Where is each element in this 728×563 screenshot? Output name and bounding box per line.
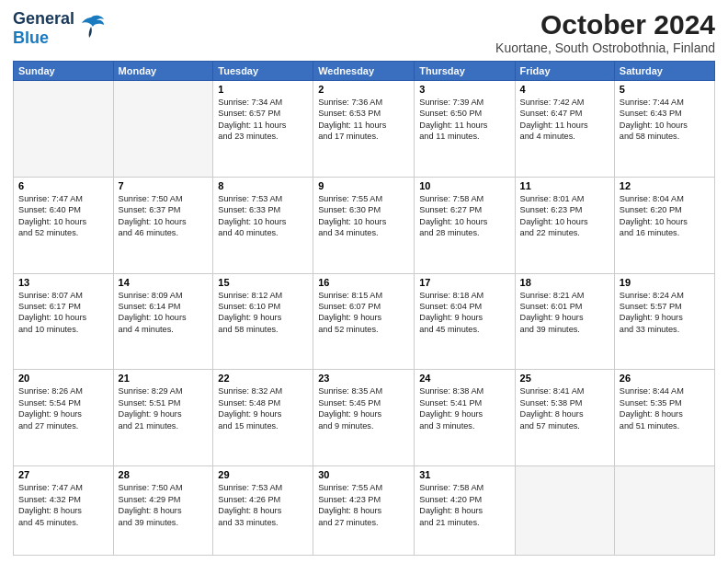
- cell-w3-d1: 21Sunrise: 8:29 AM Sunset: 5:51 PM Dayli…: [113, 370, 213, 466]
- cell-info: Sunrise: 7:36 AM Sunset: 6:53 PM Dayligh…: [318, 98, 386, 141]
- cell-info: Sunrise: 8:21 AM Sunset: 6:01 PM Dayligh…: [520, 291, 585, 334]
- cell-info: Sunrise: 8:07 AM Sunset: 6:17 PM Dayligh…: [18, 291, 86, 334]
- cell-w2-d4: 17Sunrise: 8:18 AM Sunset: 6:04 PM Dayli…: [415, 273, 515, 370]
- logo-blue: Blue: [13, 29, 49, 47]
- day-number: 11: [520, 180, 609, 191]
- cell-info: Sunrise: 7:53 AM Sunset: 4:26 PM Dayligh…: [218, 483, 282, 526]
- day-number: 21: [119, 373, 209, 384]
- calendar-title: October 2024: [495, 9, 715, 40]
- day-number: 15: [218, 277, 308, 288]
- day-number: 30: [318, 469, 409, 480]
- day-number: 5: [620, 84, 710, 95]
- day-number: 19: [620, 277, 710, 288]
- cell-w0-d5: 4Sunrise: 7:42 AM Sunset: 6:47 PM Daylig…: [515, 81, 614, 178]
- cell-info: Sunrise: 8:38 AM Sunset: 5:41 PM Dayligh…: [419, 386, 483, 430]
- day-number: 14: [119, 277, 209, 288]
- day-number: 25: [520, 373, 609, 384]
- day-number: 7: [119, 180, 209, 191]
- cell-info: Sunrise: 7:55 AM Sunset: 6:30 PM Dayligh…: [318, 194, 386, 237]
- cell-info: Sunrise: 7:58 AM Sunset: 4:20 PM Dayligh…: [419, 483, 483, 526]
- day-number: 27: [18, 469, 108, 480]
- week-row-1: 1Sunrise: 7:34 AM Sunset: 6:57 PM Daylig…: [14, 81, 715, 178]
- cell-info: Sunrise: 8:04 AM Sunset: 6:20 PM Dayligh…: [620, 194, 688, 237]
- cell-w3-d5: 25Sunrise: 8:41 AM Sunset: 5:38 PM Dayli…: [515, 370, 614, 466]
- cell-w1-d1: 7Sunrise: 7:50 AM Sunset: 6:37 PM Daylig…: [113, 177, 213, 273]
- cell-info: Sunrise: 7:58 AM Sunset: 6:27 PM Dayligh…: [419, 194, 487, 237]
- cell-w1-d6: 12Sunrise: 8:04 AM Sunset: 6:20 PM Dayli…: [614, 177, 714, 273]
- day-number: 18: [520, 277, 609, 288]
- day-number: 12: [620, 180, 710, 191]
- cell-info: Sunrise: 8:15 AM Sunset: 6:07 PM Dayligh…: [318, 291, 382, 334]
- col-saturday: Saturday: [614, 62, 714, 81]
- cell-info: Sunrise: 7:50 AM Sunset: 6:37 PM Dayligh…: [119, 194, 187, 237]
- cell-w2-d1: 14Sunrise: 8:09 AM Sunset: 6:14 PM Dayli…: [113, 273, 213, 370]
- day-number: 24: [419, 373, 509, 384]
- cell-w2-d3: 16Sunrise: 8:15 AM Sunset: 6:07 PM Dayli…: [313, 273, 415, 370]
- cell-info: Sunrise: 8:44 AM Sunset: 5:35 PM Dayligh…: [620, 386, 684, 430]
- cell-w4-d3: 30Sunrise: 7:55 AM Sunset: 4:23 PM Dayli…: [313, 466, 415, 556]
- cell-info: Sunrise: 8:26 AM Sunset: 5:54 PM Dayligh…: [18, 386, 83, 430]
- cell-w1-d2: 8Sunrise: 7:53 AM Sunset: 6:33 PM Daylig…: [213, 177, 313, 273]
- day-number: 17: [419, 277, 509, 288]
- cell-w2-d2: 15Sunrise: 8:12 AM Sunset: 6:10 PM Dayli…: [213, 273, 313, 370]
- cell-w4-d4: 31Sunrise: 7:58 AM Sunset: 4:20 PM Dayli…: [415, 466, 515, 556]
- day-number: 26: [620, 373, 710, 384]
- day-number: 10: [419, 180, 509, 191]
- cell-info: Sunrise: 7:34 AM Sunset: 6:57 PM Dayligh…: [218, 98, 286, 141]
- cell-w4-d5: [515, 466, 614, 556]
- cell-info: Sunrise: 8:18 AM Sunset: 6:04 PM Dayligh…: [419, 291, 483, 334]
- logo: General Blue: [13, 9, 106, 48]
- cell-info: Sunrise: 7:42 AM Sunset: 6:47 PM Dayligh…: [520, 98, 588, 141]
- logo-general: General: [13, 9, 74, 28]
- cell-w4-d6: [614, 466, 714, 556]
- cell-w0-d3: 2Sunrise: 7:36 AM Sunset: 6:53 PM Daylig…: [313, 81, 415, 178]
- cell-w0-d4: 3Sunrise: 7:39 AM Sunset: 6:50 PM Daylig…: [415, 81, 515, 178]
- week-row-2: 6Sunrise: 7:47 AM Sunset: 6:40 PM Daylig…: [14, 177, 715, 273]
- cell-w4-d1: 28Sunrise: 7:50 AM Sunset: 4:29 PM Dayli…: [113, 466, 213, 556]
- cell-info: Sunrise: 8:41 AM Sunset: 5:38 PM Dayligh…: [520, 386, 585, 430]
- col-thursday: Thursday: [415, 62, 515, 81]
- cell-w0-d6: 5Sunrise: 7:44 AM Sunset: 6:43 PM Daylig…: [614, 81, 714, 178]
- cell-w4-d2: 29Sunrise: 7:53 AM Sunset: 4:26 PM Dayli…: [213, 466, 313, 556]
- logo-bird-icon: [76, 14, 106, 43]
- cell-info: Sunrise: 7:50 AM Sunset: 4:29 PM Dayligh…: [119, 483, 183, 526]
- cell-info: Sunrise: 8:35 AM Sunset: 5:45 PM Dayligh…: [318, 386, 382, 430]
- col-friday: Friday: [515, 62, 614, 81]
- day-number: 6: [18, 180, 108, 191]
- cell-w0-d1: [113, 81, 213, 178]
- day-number: 31: [419, 469, 509, 480]
- cell-info: Sunrise: 7:44 AM Sunset: 6:43 PM Dayligh…: [620, 98, 688, 141]
- cell-info: Sunrise: 7:53 AM Sunset: 6:33 PM Dayligh…: [218, 194, 286, 237]
- cell-w2-d6: 19Sunrise: 8:24 AM Sunset: 5:57 PM Dayli…: [614, 273, 714, 370]
- cell-w1-d3: 9Sunrise: 7:55 AM Sunset: 6:30 PM Daylig…: [313, 177, 415, 273]
- day-number: 8: [218, 180, 308, 191]
- cell-w3-d4: 24Sunrise: 8:38 AM Sunset: 5:41 PM Dayli…: [415, 370, 515, 466]
- day-number: 13: [18, 277, 108, 288]
- title-block: October 2024 Kuortane, South Ostrobothni…: [495, 9, 715, 55]
- cell-info: Sunrise: 7:47 AM Sunset: 4:32 PM Dayligh…: [18, 483, 83, 526]
- day-number: 28: [119, 469, 209, 480]
- cell-info: Sunrise: 8:24 AM Sunset: 5:57 PM Dayligh…: [620, 291, 684, 334]
- cell-info: Sunrise: 8:01 AM Sunset: 6:23 PM Dayligh…: [520, 194, 588, 237]
- cell-info: Sunrise: 7:47 AM Sunset: 6:40 PM Dayligh…: [18, 194, 86, 237]
- cell-info: Sunrise: 8:09 AM Sunset: 6:14 PM Dayligh…: [119, 291, 187, 334]
- cell-info: Sunrise: 8:29 AM Sunset: 5:51 PM Dayligh…: [119, 386, 183, 430]
- cell-w2-d0: 13Sunrise: 8:07 AM Sunset: 6:17 PM Dayli…: [14, 273, 114, 370]
- week-row-4: 20Sunrise: 8:26 AM Sunset: 5:54 PM Dayli…: [14, 370, 715, 466]
- cell-w1-d4: 10Sunrise: 7:58 AM Sunset: 6:27 PM Dayli…: [415, 177, 515, 273]
- calendar-table: Sunday Monday Tuesday Wednesday Thursday…: [13, 61, 715, 556]
- page: General Blue October 2024 Kuortane, Sout…: [0, 0, 728, 563]
- cell-w3-d3: 23Sunrise: 8:35 AM Sunset: 5:45 PM Dayli…: [313, 370, 415, 466]
- day-number: 22: [218, 373, 308, 384]
- cell-w0-d0: [14, 81, 114, 178]
- day-number: 2: [318, 84, 409, 95]
- day-number: 4: [520, 84, 609, 95]
- cell-info: Sunrise: 7:39 AM Sunset: 6:50 PM Dayligh…: [419, 98, 487, 141]
- header: General Blue October 2024 Kuortane, Sout…: [13, 9, 715, 55]
- cell-w4-d0: 27Sunrise: 7:47 AM Sunset: 4:32 PM Dayli…: [14, 466, 114, 556]
- cell-info: Sunrise: 8:32 AM Sunset: 5:48 PM Dayligh…: [218, 386, 282, 430]
- cell-w1-d5: 11Sunrise: 8:01 AM Sunset: 6:23 PM Dayli…: [515, 177, 614, 273]
- cell-w3-d2: 22Sunrise: 8:32 AM Sunset: 5:48 PM Dayli…: [213, 370, 313, 466]
- cell-w1-d0: 6Sunrise: 7:47 AM Sunset: 6:40 PM Daylig…: [14, 177, 114, 273]
- day-number: 20: [18, 373, 108, 384]
